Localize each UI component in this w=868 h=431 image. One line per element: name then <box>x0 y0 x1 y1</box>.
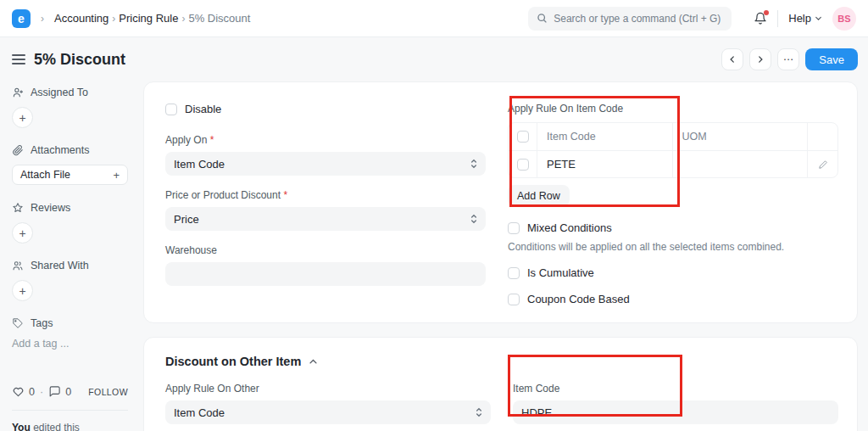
breadcrumb: Accounting › Pricing Rule › 5% Discount <box>54 12 250 25</box>
plus-icon: + <box>113 169 120 182</box>
page-actions: ⋯ Save <box>721 48 858 70</box>
tags-label: Tags <box>31 317 53 329</box>
sidebar-divider <box>12 410 128 411</box>
attachments-label: Attachments <box>31 144 89 156</box>
sidebar-toggle-icon[interactable] <box>12 54 25 64</box>
mixed-conditions-description: Conditions will be applied on all the se… <box>508 241 838 253</box>
navbar: e › Accounting › Pricing Rule › 5% Disco… <box>0 0 868 37</box>
select-chevrons-icon <box>470 213 477 225</box>
is-cumulative-checkbox[interactable] <box>508 267 520 279</box>
follow-button[interactable]: FOLLOW <box>88 387 128 397</box>
notifications-bell-icon[interactable] <box>754 12 767 25</box>
reviews-label: Reviews <box>31 202 70 214</box>
disable-checkbox-row[interactable]: Disable <box>165 103 486 115</box>
last-edited-status: You edited this just now <box>12 421 128 431</box>
save-button[interactable]: Save <box>805 48 858 70</box>
shared-with-section: Shared With <box>12 260 128 271</box>
apply-rule-on-other-select[interactable]: Item Code <box>165 400 491 424</box>
help-menu[interactable]: Help <box>788 12 822 25</box>
form-body: Disable Apply On * Item Code Price or Pr… <box>143 81 858 431</box>
row-checkbox[interactable] <box>517 159 529 171</box>
chevron-down-icon <box>815 14 822 22</box>
row-item-code-cell[interactable]: PETE <box>537 151 673 177</box>
price-discount-select[interactable]: Price <box>165 207 486 231</box>
section-title: Discount on Other Item <box>165 355 301 368</box>
like-count: 0 <box>29 386 35 398</box>
mixed-conditions-label: Mixed Conditions <box>527 221 612 234</box>
dot-separator: · <box>40 386 43 398</box>
apply-on-select[interactable]: Item Code <box>165 152 486 176</box>
form-sidebar: Assigned To + Attachments Attach File + … <box>0 81 143 431</box>
section-collapse-toggle[interactable]: Discount on Other Item <box>165 355 838 368</box>
tag-icon <box>12 317 24 329</box>
user-plus-icon <box>12 87 24 98</box>
next-document-button[interactable] <box>749 48 771 70</box>
tags-section: Tags <box>12 317 128 329</box>
breadcrumb-accounting[interactable]: Accounting <box>54 12 108 25</box>
is-cumulative-row[interactable]: Is Cumulative <box>508 266 838 279</box>
form-column-right: Apply Rule On Item Code Item Code UOM PE… <box>508 103 838 305</box>
attach-file-button[interactable]: Attach File + <box>12 165 128 185</box>
page-title: 5% Discount <box>34 51 125 69</box>
col-header-uom: UOM <box>673 123 809 150</box>
coupon-code-checkbox[interactable] <box>508 294 520 305</box>
page-header: 5% Discount ⋯ Save <box>0 37 868 81</box>
warehouse-label: Warehouse <box>165 244 486 256</box>
notification-dot <box>764 10 769 15</box>
search-icon <box>537 13 548 24</box>
assigned-to-label: Assigned To <box>31 87 88 98</box>
app-logo-icon[interactable]: e <box>12 9 31 28</box>
add-review-button[interactable]: + <box>12 222 33 243</box>
form-column-left: Disable Apply On * Item Code Price or Pr… <box>165 103 486 305</box>
is-cumulative-label: Is Cumulative <box>527 266 594 279</box>
other-left-column: Apply Rule On Other Item Code <box>165 383 491 424</box>
chevron-right-icon <box>756 55 765 64</box>
mixed-conditions-checkbox[interactable] <box>508 222 520 234</box>
add-assignment-button[interactable]: + <box>12 107 33 128</box>
more-menu-button[interactable]: ⋯ <box>777 48 799 70</box>
apply-on-label: Apply On * <box>165 134 486 146</box>
add-tag-input[interactable]: Add a tag ... <box>12 338 128 350</box>
comment-icon[interactable] <box>48 385 61 398</box>
edit-row-icon[interactable] <box>818 160 828 170</box>
star-icon <box>12 202 24 214</box>
attachments-section: Attachments <box>12 144 128 156</box>
coupon-code-row[interactable]: Coupon Code Based <box>508 293 838 305</box>
add-share-button[interactable]: + <box>12 280 33 301</box>
ellipsis-icon: ⋯ <box>783 53 794 65</box>
select-all-checkbox[interactable] <box>517 131 529 143</box>
select-chevrons-icon <box>470 158 477 170</box>
other-item-code-input[interactable]: HDPE <box>513 400 838 424</box>
breadcrumb-pricing-rule[interactable]: Pricing Rule <box>119 12 178 25</box>
search-input[interactable] <box>554 13 723 25</box>
add-row-button[interactable]: Add Row <box>508 185 570 206</box>
row-checkbox-cell <box>509 151 537 177</box>
required-marker: * <box>210 134 214 146</box>
prev-document-button[interactable] <box>721 48 743 70</box>
navbar-divider <box>777 10 778 27</box>
shared-with-label: Shared With <box>31 260 89 271</box>
warehouse-input[interactable] <box>165 262 486 286</box>
row-edit-cell <box>808 151 837 177</box>
grid-header-checkbox-cell <box>509 123 537 150</box>
chevron-left-icon <box>728 55 737 64</box>
row-uom-cell[interactable] <box>673 151 809 177</box>
social-row: 0 · 0 FOLLOW <box>12 385 128 398</box>
breadcrumb-current: 5% Discount <box>188 12 250 25</box>
grid-header-row: Item Code UOM <box>509 123 837 150</box>
required-marker: * <box>283 189 287 201</box>
disable-checkbox[interactable] <box>165 104 177 115</box>
item-code-grid: Item Code UOM PETE <box>508 122 838 178</box>
pricing-rule-main-section: Disable Apply On * Item Code Price or Pr… <box>143 81 858 323</box>
reviews-section: Reviews <box>12 202 128 214</box>
other-item-code-label: Item Code <box>513 383 838 395</box>
global-search[interactable] <box>528 7 732 31</box>
heart-icon[interactable] <box>12 385 25 398</box>
breadcrumb-chevron-icon: › <box>178 13 188 25</box>
mixed-conditions-row[interactable]: Mixed Conditions <box>508 221 838 234</box>
assigned-to-section: Assigned To <box>12 87 128 98</box>
breadcrumb-chevron-icon: › <box>37 13 47 25</box>
user-avatar[interactable]: BS <box>832 7 856 31</box>
grid-header-edit-cell <box>808 123 837 150</box>
item-table-title: Apply Rule On Item Code <box>508 103 838 115</box>
